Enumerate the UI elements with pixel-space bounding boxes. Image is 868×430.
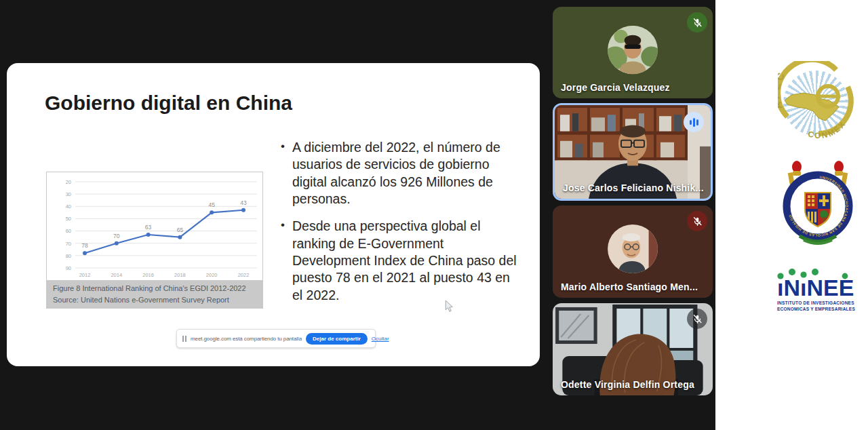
svg-text:2016: 2016 [142,272,154,278]
mouse-cursor-icon [445,300,454,313]
figure-caption-title: Figure 8 International Ranking of China'… [53,283,256,294]
participant-name: Odette Virginia Delfin Ortega [561,379,694,390]
conmex-text: CONMEX [807,119,848,140]
bullet-item: Desde una perspectiva global el ranking … [281,218,521,304]
svg-text:80: 80 [66,253,71,259]
participant-tile-mario[interactable]: Mario Alberto Santiago Men... [553,206,713,298]
apec-conmex-logo: APEC CONMEX [778,61,858,141]
mic-muted-icon [687,211,707,231]
hide-share-bar-link[interactable]: Ocultar [372,336,389,342]
svg-text:30: 30 [66,191,71,197]
egdi-line-chart: 2030405060708090201220142016201820202022… [47,172,262,280]
egdi-figure: 2030405060708090201220142016201820202022… [46,172,263,309]
participant-tile-jose-carlos[interactable]: Jose Carlos Feliciano Nishik... [553,103,713,201]
share-message: meet.google.com está compartiendo tu pan… [191,336,302,342]
participant-name: Mario Alberto Santiago Men... [561,281,698,292]
participant-tile-jorge[interactable]: Jorge Garcia Velazquez [553,7,713,98]
svg-text:2018: 2018 [174,272,186,278]
ininee-wordmark: ıNıNEE [777,275,854,300]
mic-muted-icon [687,309,707,329]
svg-text:60: 60 [66,228,71,234]
svg-text:20: 20 [66,179,71,185]
svg-text:78: 78 [81,242,88,249]
pause-icon [182,336,186,342]
screen-share-bar: meet.google.com está compartiendo tu pan… [176,329,376,348]
speaking-indicator-icon [684,112,704,132]
svg-text:2012: 2012 [79,272,91,278]
shared-screen-area: Gobierno digital en China 20304050607080… [0,0,715,430]
svg-text:40: 40 [66,203,71,210]
slide-title: Gobierno digital en China [45,92,292,115]
svg-text:APEC: APEC [778,69,787,111]
svg-text:70: 70 [66,241,71,247]
participant-tile-odette[interactable]: Odette Virginia Delfin Ortega [553,303,713,395]
participant-name: Jorge Garcia Velazquez [561,82,670,93]
apec-text: APEC [778,69,787,111]
slide-bullet-list: A diciembre del 2022, el número de usuar… [281,139,521,314]
svg-text:63: 63 [145,224,152,231]
stop-sharing-button[interactable]: Dejar de compartir [306,333,368,345]
svg-text:2022: 2022 [238,272,250,278]
participant-name: Jose Carlos Feliciano Nishik... [563,182,704,193]
svg-text:50: 50 [66,216,71,222]
svg-text:2014: 2014 [111,272,122,278]
bullet-item: A diciembre del 2022, el número de usuar… [281,139,521,208]
figure-caption-source: Source: United Nations e-Government Surv… [53,294,256,306]
svg-text:2020: 2020 [206,272,218,278]
svg-text:CONMEX: CONMEX [807,119,848,140]
mic-muted-icon [687,12,707,33]
svg-text:43: 43 [240,199,247,206]
presentation-slide: Gobierno digital en China 20304050607080… [7,63,540,366]
ininee-logo: ıNıNEE INSTITUTO DE INVESTIGACIONES ECON… [777,269,861,312]
svg-text:70: 70 [113,233,120,239]
svg-text:65: 65 [177,227,184,233]
svg-text:45: 45 [208,201,215,208]
meet-window: Gobierno digital en China 20304050607080… [0,0,868,430]
ininee-subtitle-line1: INSTITUTO DE INVESTIGACIONES [777,300,861,306]
svg-text:90: 90 [66,265,71,271]
ininee-subtitle-line2: ECONOMICAS Y EMPRESARIALES [777,307,861,312]
figure-caption: Figure 8 International Ranking of China'… [47,280,262,308]
umsnh-crest-logo: UNIVERSIDAD MICHOACANA DE SAN NICOLÁS DE… [782,160,854,248]
